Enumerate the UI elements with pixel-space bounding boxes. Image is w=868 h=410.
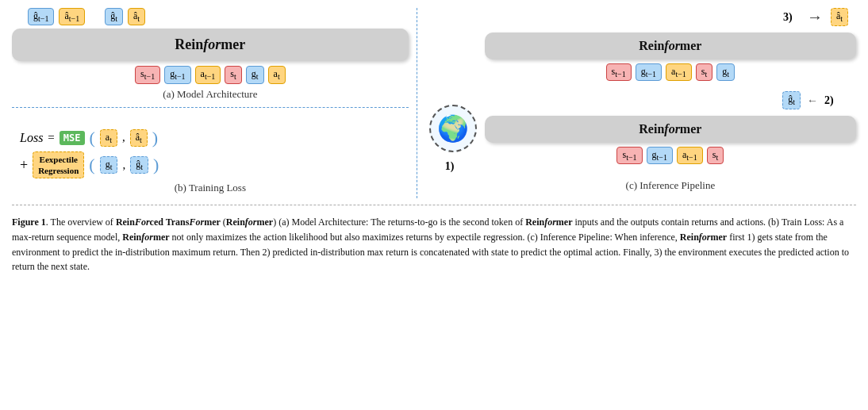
caption-mer2: mer — [256, 216, 273, 228]
caption-for: For — [135, 216, 150, 228]
comma-2: , — [122, 159, 125, 172]
loss-line-1: Loss = MSE ( at , ât ) — [20, 128, 401, 148]
rt-a-t-minus1: at−1 — [666, 63, 692, 81]
caption-former: For — [189, 216, 204, 228]
token-s-t-minus1: st−1 — [135, 66, 160, 83]
token-g-hat-t: ĝt — [105, 8, 123, 25]
top-reinformer-area: Reinformer st−1 gt−1 at−1 st gt — [485, 33, 856, 85]
loss-a-t: at — [100, 129, 117, 147]
top-predicted-tokens: ĝt−1 ât−1 ĝt ât — [12, 8, 409, 25]
caption-rein5: Rein — [680, 232, 699, 243]
close-paren-1: ) — [152, 128, 158, 148]
close-paren-2: ) — [153, 155, 159, 175]
token-g-hat-t-minus1: ĝt−1 — [28, 8, 54, 25]
mse-label: MSE — [60, 131, 85, 145]
caption-mer5: mer — [711, 232, 728, 243]
loss-g-t: gt — [100, 156, 118, 174]
caption-for5: for — [699, 232, 711, 243]
loss-a-hat-t: ât — [130, 129, 148, 147]
loss-g-hat-t: ĝt — [130, 156, 148, 174]
step2-number: 2) — [824, 94, 840, 107]
caption-ced: ced Trans — [150, 216, 190, 228]
part-a: ĝt−1 ât−1 ĝt ât Reinformer st−1 gt−1 at−… — [12, 8, 409, 101]
token-a-t: at — [268, 66, 286, 83]
label-a: (a) Model Architecture — [12, 88, 409, 101]
token-g-t: gt — [246, 66, 264, 83]
expectile-box: EexpectileRegression — [33, 151, 84, 179]
caption-rein4: Rein — [122, 232, 141, 243]
globe-icon: 🌍 — [429, 105, 477, 152]
inference-wrap: 🌍 1) 3) → ât — [425, 8, 856, 198]
caption-mer4: mer — [153, 232, 170, 243]
token-g-t-minus1: gt−1 — [164, 66, 190, 83]
equals: = — [48, 131, 54, 144]
token-a-hat-t: ât — [128, 8, 145, 25]
top-a-hat-t: ât — [831, 8, 848, 25]
token-a-hat-t-minus1: ât−1 — [59, 8, 85, 25]
rb-a-t-minus1: at−1 — [677, 147, 703, 164]
divider — [12, 107, 409, 108]
rt-g-t-minus1: gt−1 — [636, 63, 662, 81]
reinformer-box-top: Reinformer — [485, 33, 856, 59]
g-hat-t-output: ĝt — [782, 91, 801, 109]
figure-caption: Figure 1. The overview of ReinForced Tra… — [12, 215, 856, 274]
label-c: (c) Inference Pipeline — [485, 179, 856, 192]
token-s-t: st — [225, 66, 241, 83]
open-paren-1: ( — [90, 128, 95, 148]
step3-row: 3) → ât — [485, 8, 856, 26]
plus-sign: + — [20, 157, 28, 174]
bottom-reinformer-area: Reinformer st−1 gt−1 at−1 st — [485, 116, 856, 168]
caption-for3: for — [544, 216, 556, 228]
caption-mer3: mer — [556, 216, 573, 228]
step3-number: 3) — [783, 11, 799, 24]
caption-figure-label: Figure 1 — [12, 216, 46, 228]
rt-s-t: st — [696, 63, 712, 81]
step1-label: 1) — [445, 160, 461, 173]
step2-row: ĝt ← 2) — [485, 91, 856, 109]
globe-column: 🌍 1) — [425, 8, 481, 198]
rt-g-t: gt — [716, 63, 735, 81]
loss-line-2: + EexpectileRegression ( gt , ĝt ) — [20, 151, 401, 179]
figure-container: ĝt−1 ât−1 ĝt ât Reinformer st−1 gt−1 at−… — [12, 8, 856, 274]
rt-s-t-minus1: st−1 — [606, 63, 632, 81]
rb-s-t: st — [707, 147, 724, 164]
caption-rein3: Rein — [525, 216, 544, 228]
part-b: Loss = MSE ( at , ât ) + EexpectileRegre… — [12, 121, 409, 199]
right-diagrams: 3) → ât Reinformer st−1 gt−1 — [485, 8, 856, 198]
left-panel: ĝt−1 ât−1 ĝt ât Reinformer st−1 gt−1 at−… — [12, 8, 417, 198]
open-paren-2: ( — [89, 155, 94, 175]
right-panel: 🌍 1) 3) → ât — [417, 8, 856, 198]
reinformer-box-a: Reinformer — [12, 29, 409, 61]
reinformer-box-bottom: Reinformer — [485, 116, 856, 143]
rb-s-t-minus1: st−1 — [616, 147, 642, 164]
caption-rein: Rein — [116, 216, 135, 228]
loss-label: Loss — [20, 131, 43, 145]
caption-for2: for — [245, 216, 257, 228]
caption-mer: mer — [204, 216, 221, 228]
caption-rein2: Rein — [226, 216, 245, 228]
diagrams-row: ĝt−1 ât−1 ĝt ât Reinformer st−1 gt−1 at−… — [12, 8, 856, 205]
input-tokens-row: st−1 gt−1 at−1 st gt at — [12, 66, 409, 83]
token-a-t-minus1: at−1 — [195, 66, 221, 83]
rb-g-t-minus1: gt−1 — [647, 147, 673, 164]
top-input-tokens: st−1 gt−1 at−1 st gt — [485, 63, 856, 81]
label-b: (b) Training Loss — [20, 182, 401, 194]
bottom-input-tokens: st−1 gt−1 at−1 st — [485, 147, 856, 164]
comma-1: , — [122, 131, 125, 144]
step1-number: 1) — [445, 160, 461, 173]
caption-for4: for — [141, 232, 153, 243]
